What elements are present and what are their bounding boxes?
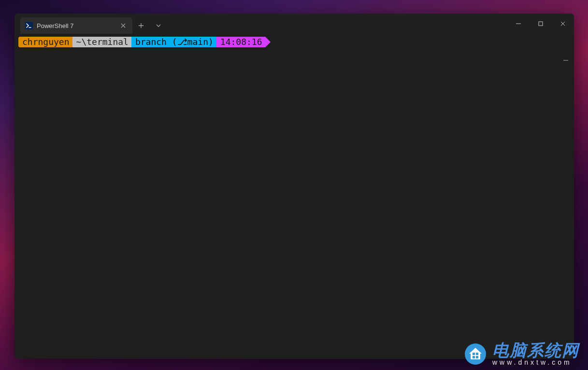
maximize-button[interactable] — [530, 14, 552, 34]
terminal-window: PowerShell 7 c — [14, 14, 574, 359]
prompt-branch-segment: branch (⎇main) — [131, 37, 216, 47]
titlebar[interactable]: PowerShell 7 — [14, 14, 574, 34]
svg-rect-8 — [476, 356, 478, 358]
watermark: 电脑系统网 www.dnxtw.com — [464, 342, 579, 366]
prompt-arrow-icon — [265, 37, 271, 47]
terminal-body[interactable]: chrnguyen ~\terminal branch (⎇main) 14:0… — [14, 34, 574, 359]
tab-close-button[interactable] — [119, 21, 128, 30]
prompt-line: chrnguyen ~\terminal branch (⎇main) 14:0… — [18, 37, 570, 47]
scrollbar[interactable] — [563, 60, 568, 61]
watermark-url: www.dnxtw.com — [492, 359, 579, 366]
watermark-house-icon — [464, 343, 487, 365]
svg-rect-7 — [473, 356, 475, 358]
tab-dropdown-button[interactable] — [150, 17, 167, 34]
tab-powershell[interactable]: PowerShell 7 — [20, 17, 132, 34]
powershell-icon — [25, 22, 33, 29]
svg-rect-0 — [25, 22, 33, 29]
titlebar-drag-area[interactable] — [167, 14, 507, 34]
prompt-time-segment: 14:08:16 — [216, 37, 265, 47]
close-window-button[interactable] — [552, 14, 574, 34]
new-tab-button[interactable] — [132, 17, 150, 34]
svg-rect-6 — [476, 353, 478, 355]
prompt-user-segment: chrnguyen — [18, 37, 72, 47]
prompt-path-segment: ~\terminal — [72, 37, 131, 47]
tab-title: PowerShell 7 — [37, 22, 115, 29]
minimize-button[interactable] — [507, 14, 530, 34]
svg-rect-5 — [473, 353, 475, 355]
watermark-title: 电脑系统网 — [492, 342, 579, 359]
svg-rect-3 — [539, 22, 543, 26]
